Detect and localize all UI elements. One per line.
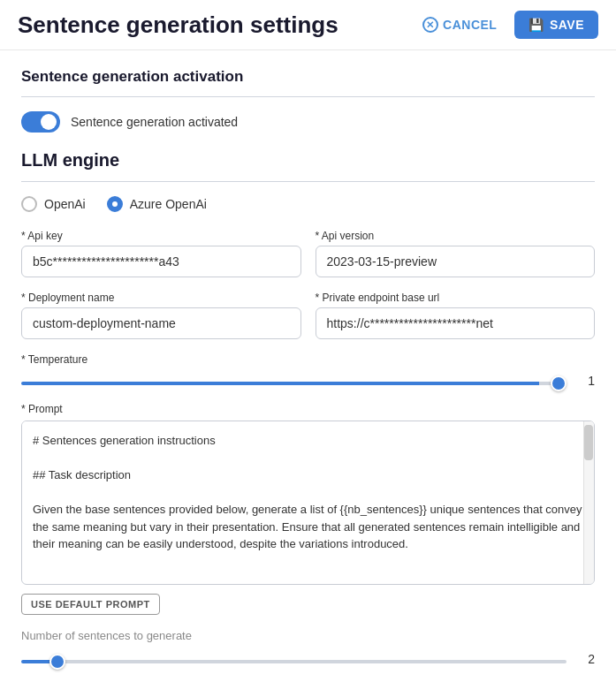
api-key-label: * Api key (21, 230, 301, 242)
prompt-textarea-wrapper: # Sentences generation instructions ## T… (21, 421, 595, 585)
num-sentences-section: Number of sentences to generate 2 (21, 629, 595, 667)
toggle-row: ✓ Sentence generation activated (21, 111, 595, 133)
toggle-label: Sentence generation activated (71, 115, 238, 129)
page-container: Sentence generation settings ✕ CANCEL 💾 … (0, 0, 616, 682)
num-sentences-label: Number of sentences to generate (21, 629, 595, 642)
deployment-name-input[interactable] (21, 307, 301, 339)
api-key-field: * Api key (21, 230, 301, 277)
api-key-input[interactable] (21, 246, 301, 277)
num-sentences-slider[interactable] (21, 660, 567, 663)
api-version-label: * Api version (316, 230, 596, 242)
prompt-textarea[interactable]: # Sentences generation instructions ## T… (22, 421, 594, 580)
prompt-label: * Prompt (21, 403, 595, 415)
cancel-icon: ✕ (422, 17, 438, 33)
radio-azure-label: Azure OpenAi (130, 197, 207, 211)
prompt-section: * Prompt # Sentences generation instruct… (21, 403, 595, 615)
llm-section-title: LLM engine (21, 150, 595, 170)
llm-divider (21, 181, 595, 182)
deployment-name-field: * Deployment name (21, 292, 301, 339)
activation-toggle[interactable]: ✓ (21, 111, 60, 133)
activation-section-title: Sentence generation activation (21, 68, 595, 86)
radio-openai-circle (21, 196, 37, 212)
temperature-slider-row: 1 (21, 373, 595, 389)
llm-section: LLM engine OpenAi Azure OpenAi * Api key (21, 150, 595, 667)
temperature-section: * Temperature 1 (21, 353, 595, 389)
activation-section: Sentence generation activation ✓ Sentenc… (21, 68, 595, 133)
toggle-slider (21, 111, 60, 133)
cancel-button[interactable]: ✕ CANCEL (414, 11, 506, 38)
radio-openai[interactable]: OpenAi (21, 196, 86, 212)
temperature-value: 1 (577, 374, 595, 388)
toggle-check-icon: ✓ (42, 116, 50, 127)
use-default-prompt-button[interactable]: USE DEFAULT PROMPT (21, 594, 160, 615)
temperature-label: * Temperature (21, 353, 595, 366)
num-sentences-slider-container (21, 651, 567, 667)
radio-azure-circle (107, 196, 123, 212)
deployment-name-label: * Deployment name (21, 292, 301, 304)
radio-azure-openai[interactable]: Azure OpenAi (107, 196, 207, 212)
llm-radio-group: OpenAi Azure OpenAi (21, 196, 595, 212)
header: Sentence generation settings ✕ CANCEL 💾 … (0, 0, 616, 50)
api-version-field: * Api version (316, 230, 596, 277)
private-endpoint-field: * Private endpoint base url (316, 292, 596, 339)
temperature-slider-container (21, 373, 567, 389)
header-actions: ✕ CANCEL 💾 SAVE (414, 11, 598, 39)
api-row: * Api key * Api version (21, 230, 595, 277)
content-area: Sentence generation activation ✓ Sentenc… (0, 50, 616, 682)
temperature-slider[interactable] (21, 382, 567, 385)
num-sentences-slider-row: 2 (21, 651, 595, 667)
num-sentences-value: 2 (577, 652, 595, 666)
page-title: Sentence generation settings (18, 11, 414, 39)
private-endpoint-input[interactable] (316, 307, 596, 339)
save-button[interactable]: 💾 SAVE (514, 11, 598, 39)
save-icon: 💾 (529, 18, 544, 32)
scrollbar-thumb[interactable] (584, 425, 593, 460)
radio-openai-label: OpenAi (44, 197, 86, 211)
api-version-input[interactable] (316, 246, 596, 277)
scrollbar-area (583, 421, 594, 584)
deployment-row: * Deployment name * Private endpoint bas… (21, 292, 595, 339)
private-endpoint-label: * Private endpoint base url (316, 292, 596, 304)
activation-divider (21, 96, 595, 97)
